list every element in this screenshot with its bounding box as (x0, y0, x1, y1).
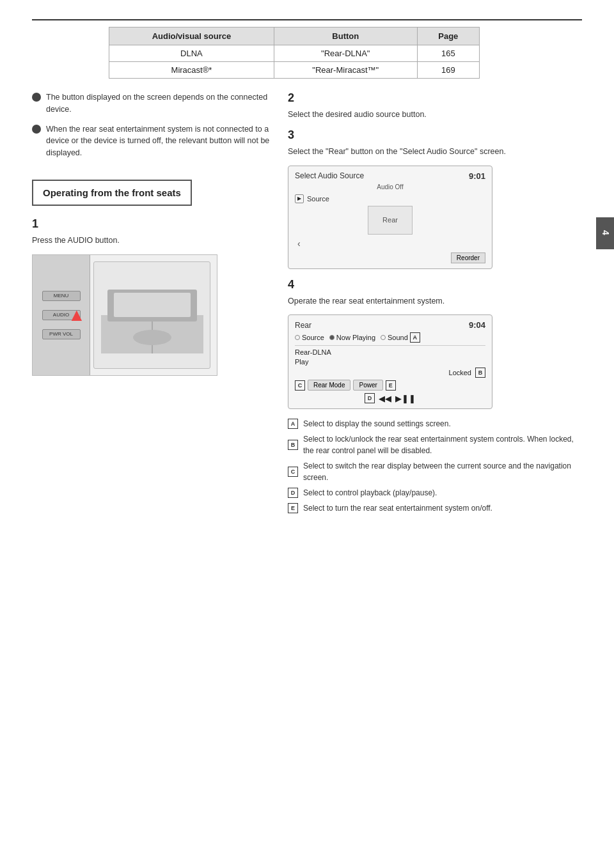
nav-sound-label: Sound (388, 334, 408, 341)
section-heading-box: Operating from the front seats (32, 180, 192, 206)
screen-time-1: 9:01 (469, 171, 485, 181)
nav-now-playing[interactable]: Now Playing (329, 332, 375, 343)
badge-c-desc: Select to switch the rear display betwee… (303, 460, 582, 483)
left-column: The button displayed on the screen depen… (32, 91, 275, 518)
source-label: Source (307, 195, 329, 203)
section-heading-text: Operating from the front seats (43, 187, 181, 198)
device-panel: MENU AUDIO ▲ PWR VOL (33, 255, 90, 375)
device-image: MENU AUDIO ▲ PWR VOL (32, 254, 217, 376)
badge-descriptions: A Select to display the sound settings s… (288, 418, 582, 514)
badge-c: C (288, 467, 298, 477)
play-row: Play (295, 358, 485, 366)
nav-source-label: Source (302, 334, 324, 341)
step-1-description: Press the AUDIO button. (32, 235, 275, 247)
badge-a-desc: Select to display the sound settings scr… (303, 418, 582, 430)
source-table-section: Audio/visual source Button Page DLNA "Re… (109, 27, 480, 79)
source-value-row: Rear-DLNA (295, 345, 485, 356)
screen-time-2: 9:04 (469, 320, 485, 330)
select-audio-source-screen: Select Audio Source 9:01 Audio Off ▶ Sou… (288, 166, 492, 269)
nav-menu: Source Now Playing Sound A (295, 332, 485, 343)
badge-d-desc: Select to control playback (play/pause). (303, 487, 582, 499)
source-value-label: Rear-DLNA (295, 348, 331, 356)
step-3-description: Select the "Rear" button on the "Select … (288, 146, 582, 158)
step-2-number: 2 (288, 91, 582, 105)
badge-e: E (288, 503, 298, 513)
col-header-button: Button (274, 27, 417, 45)
col-header-source: Audio/visual source (109, 27, 274, 45)
table-row: DLNA "Rear-DLNA" 165 (109, 45, 480, 62)
badge-d-row: D Select to control playback (play/pause… (288, 487, 582, 499)
svg-point-4 (133, 330, 171, 345)
rear-mode-button[interactable]: Rear Mode (308, 380, 350, 391)
play-label[interactable]: Play (295, 358, 308, 366)
note-bullet-icon (32, 93, 41, 102)
pwr-vol-button[interactable]: PWR VOL (42, 329, 81, 339)
badge-c-row: C Select to switch the rear display betw… (288, 460, 582, 483)
step-4-description: Operate the rear seat entertainment syst… (288, 295, 582, 307)
badge-b: B (288, 440, 298, 450)
play-pause-icon[interactable]: ▶❚❚ (395, 394, 416, 403)
badge-a: A (288, 419, 298, 429)
cell-page-dlna: 165 (417, 45, 479, 62)
nav-dot-source (295, 335, 300, 340)
locked-label: Locked (449, 369, 471, 376)
power-button[interactable]: Power (353, 380, 382, 391)
badge-e-screen: E (386, 380, 396, 391)
svg-rect-2 (114, 293, 191, 317)
chevron-area: ‹ (295, 237, 485, 250)
right-column: 2 Select the desired audio source button… (288, 91, 582, 518)
interior-illustration (101, 277, 203, 353)
cell-button-dlna: "Rear-DLNA" (274, 45, 417, 62)
badge-a-small: A (410, 332, 420, 343)
badge-a-row: A Select to display the sound settings s… (288, 418, 582, 430)
nav-dot-playing (329, 335, 335, 340)
badge-b-row: B Select to lock/unlock the rear seat en… (288, 433, 582, 456)
badge-e-desc: Select to turn the rear seat entertainme… (303, 502, 582, 514)
note-bullet-icon-2 (32, 125, 41, 134)
top-divider (32, 19, 582, 20)
prev-icon[interactable]: ◀◀ (379, 394, 391, 403)
chevron-left-icon: ‹ (297, 238, 301, 249)
mode-power-row: C Rear Mode Power E (295, 380, 485, 391)
screen-header-1: Select Audio Source 9:01 (295, 171, 485, 181)
source-table: Audio/visual source Button Page DLNA "Re… (109, 27, 480, 79)
badge-d-screen: D (365, 393, 375, 403)
table-row: Miracast®* "Rear-Miracast™" 169 (109, 62, 480, 79)
nav-dot-sound (381, 335, 386, 340)
note-2-text: When the rear seat entertainment system … (46, 123, 275, 159)
nav-source[interactable]: Source (295, 332, 324, 343)
menu-button: MENU (42, 291, 81, 301)
screen-subtitle-1: Audio Off (295, 183, 485, 190)
badge-c-screen: C (295, 380, 305, 391)
screen-header-2: Rear 9:04 (295, 320, 485, 330)
source-icon: ▶ (295, 194, 304, 203)
note-1: The button displayed on the screen depen… (32, 91, 275, 116)
chapter-number: 4 (601, 230, 611, 236)
col-header-page: Page (417, 27, 479, 45)
reorder-area: Reorder (295, 250, 485, 263)
device-screen (93, 261, 210, 369)
cell-button-miracast: "Rear-Miracast™" (274, 62, 417, 79)
step-1-number: 1 (32, 217, 275, 231)
nav-playing-label: Now Playing (336, 334, 375, 341)
rear-control-screen: Rear 9:04 Source Now Playing Sound (288, 314, 492, 409)
step-3-number: 3 (288, 128, 582, 142)
note-1-text: The button displayed on the screen depen… (46, 91, 275, 116)
source-row: ▶ Source (295, 194, 485, 203)
page: 4 Audio/visual source Button Page DLNA "… (0, 0, 614, 868)
badge-b-desc: Select to lock/unlock the rear seat ente… (303, 433, 582, 456)
badge-e-row: E Select to turn the rear seat entertain… (288, 502, 582, 514)
step-4-number: 4 (288, 278, 582, 291)
screen-title-1: Select Audio Source (295, 171, 364, 180)
badge-b-screen: B (475, 368, 485, 378)
locked-row: Locked B (295, 368, 485, 378)
main-layout: The button displayed on the screen depen… (32, 91, 582, 518)
cell-source-dlna: DLNA (109, 45, 274, 62)
reorder-button[interactable]: Reorder (451, 252, 485, 263)
rear-button[interactable]: Rear (368, 206, 413, 235)
cell-source-miracast: Miracast®* (109, 62, 274, 79)
nav-sound[interactable]: Sound A (381, 332, 420, 343)
cell-page-miracast: 169 (417, 62, 479, 79)
chapter-tab: 4 (596, 217, 614, 249)
note-2: When the rear seat entertainment system … (32, 123, 275, 159)
